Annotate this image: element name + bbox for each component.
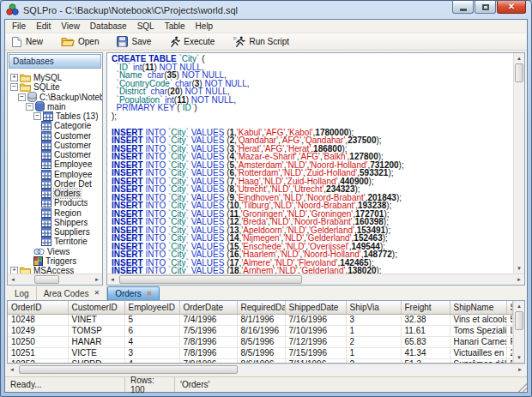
table-cell[interactable]: 8/6/1996 <box>237 358 285 363</box>
resize-grip[interactable] <box>516 377 527 392</box>
column-header-freight[interactable]: Freight <box>401 301 450 314</box>
table-cell[interactable]: B <box>506 358 513 363</box>
table-cell[interactable]: 3 <box>124 347 179 358</box>
collapse-icon[interactable]: − <box>18 93 26 101</box>
scroll-track[interactable] <box>17 364 515 375</box>
tree-item-msaccess[interactable]: +MSAccess <box>8 266 102 274</box>
table-row[interactable]: 10250HANAR47/8/19968/5/19967/12/1996265.… <box>8 336 513 347</box>
table-cell[interactable]: 7/4/1996 <box>179 314 237 325</box>
table-row[interactable]: 10249TOMSP67/5/19968/16/19967/10/1996111… <box>8 325 513 336</box>
scroll-up-icon[interactable]: ▲ <box>514 301 524 311</box>
scroll-left-icon[interactable]: ◄ <box>107 274 118 285</box>
column-header-shipvia[interactable]: ShipVia <box>346 301 401 314</box>
table-cell[interactable]: 10248 <box>8 314 68 325</box>
tree-item-tables-13[interactable]: −Tables (13) <box>8 111 102 121</box>
tab-orders[interactable]: Orders✕ <box>107 286 160 300</box>
table-cell[interactable]: Suprêmes délices <box>450 358 506 363</box>
table-cell[interactable]: 41.34 <box>401 347 450 358</box>
scroll-track[interactable] <box>118 274 514 285</box>
tree-item-sqlite[interactable]: −SQLite <box>8 82 102 92</box>
sql-line[interactable]: ); <box>112 112 513 121</box>
column-header-shippeddate[interactable]: ShippedDate <box>285 301 346 314</box>
grid-vertical-scrollbar[interactable]: ▲ ▼ <box>513 301 524 363</box>
menu-view[interactable]: View <box>56 21 85 32</box>
tree-item-employee[interactable]: Employee <box>8 159 102 169</box>
menu-table[interactable]: Table <box>160 21 190 32</box>
table-cell[interactable]: 8/5/1996 <box>237 347 285 358</box>
scroll-track[interactable] <box>514 311 524 352</box>
menu-file[interactable]: File <box>7 21 31 32</box>
open-button[interactable]: Open <box>59 35 100 48</box>
column-header-s[interactable]: S <box>506 301 513 314</box>
table-cell[interactable]: 10252 <box>8 358 68 363</box>
run-script-button[interactable]: Run Script <box>231 35 291 48</box>
tree-item-customer[interactable]: Customer <box>8 141 102 150</box>
title-bar[interactable]: SQLPro - C:\Backup\Notebook\C\Projects\w… <box>4 1 528 19</box>
tab-log[interactable]: Log <box>8 286 37 300</box>
scroll-down-icon[interactable]: ▼ <box>514 263 524 274</box>
scroll-right-icon[interactable]: ► <box>92 274 102 285</box>
table-cell[interactable]: 7/8/1996 <box>179 336 237 347</box>
scroll-thumb[interactable] <box>515 311 523 330</box>
table-cell[interactable]: 8/5/1996 <box>237 336 285 347</box>
close-button[interactable]: ✕ <box>497 1 526 14</box>
table-cell[interactable]: 65.83 <box>401 336 450 347</box>
tree-item-territorie[interactable]: Territorie <box>8 237 102 246</box>
scroll-left-icon[interactable]: ◄ <box>8 274 18 285</box>
table-cell[interactable]: 7/5/1996 <box>179 325 237 336</box>
tree-item-mysql[interactable]: +MySQL <box>8 73 102 82</box>
table-cell[interactable]: 7/11/1996 <box>285 358 346 363</box>
scroll-thumb[interactable] <box>119 275 302 284</box>
tree-item-shippers[interactable]: Shippers <box>8 218 102 227</box>
expand-icon[interactable]: + <box>10 267 18 274</box>
scroll-thumb[interactable] <box>34 275 59 284</box>
table-cell[interactable]: TOMSP <box>68 325 124 336</box>
column-header-orderdate[interactable]: OrderDate <box>179 301 237 314</box>
column-header-requireddate[interactable]: RequiredDate <box>237 301 285 314</box>
column-header-orderid[interactable]: OrderID <box>8 301 68 314</box>
tree-item-main[interactable]: −main <box>8 102 102 111</box>
table-cell[interactable]: 8/1/1996 <box>237 314 285 325</box>
expand-icon[interactable]: + <box>10 74 18 81</box>
tree-item-categorie[interactable]: Categorie <box>8 121 102 130</box>
table-cell[interactable]: 4 <box>124 358 179 363</box>
collapse-icon[interactable]: − <box>26 103 33 111</box>
column-header-customerid[interactable]: CustomerID <box>68 301 124 314</box>
sql-line[interactable]: INSERT INTO `City` VALUES (18,'Arnhem','… <box>112 267 513 274</box>
table-cell[interactable]: 10249 <box>8 325 68 336</box>
table-cell[interactable]: Toms Spezialitäte <box>450 325 506 336</box>
databases-header[interactable]: Databases <box>9 54 101 69</box>
collapse-icon[interactable]: − <box>10 83 18 91</box>
table-row[interactable]: 10248VINET57/4/19968/1/19967/16/1996332.… <box>8 314 513 325</box>
table-cell[interactable]: 7/8/1996 <box>179 347 237 358</box>
collapse-icon[interactable]: − <box>33 112 41 120</box>
table-cell[interactable]: 10250 <box>8 336 68 347</box>
table-cell[interactable]: 5 <box>506 314 513 325</box>
tree-item-orders[interactable]: Orders <box>8 189 102 198</box>
table-cell[interactable]: 6 <box>124 325 179 336</box>
tree-item-products[interactable]: Products <box>8 198 102 208</box>
table-cell[interactable]: 5 <box>124 314 179 325</box>
table-row[interactable]: 10251VICTE37/8/19968/5/19967/15/1996141.… <box>8 347 513 358</box>
minimize-button[interactable] <box>452 1 474 14</box>
menu-help[interactable]: Help <box>190 21 219 32</box>
tab-area-codes[interactable]: Area Codes✕ <box>37 286 108 300</box>
scroll-thumb[interactable] <box>515 63 523 82</box>
tree-item-order-det[interactable]: Order Det <box>8 179 102 189</box>
menu-database[interactable]: Database <box>85 21 132 32</box>
table-cell[interactable]: L <box>506 325 513 336</box>
sql-editor[interactable]: CREATE TABLE `City` ( `ID` int(11) NOT N… <box>107 53 513 274</box>
scroll-track[interactable] <box>18 274 92 285</box>
column-header-employeeid[interactable]: EmployeeID <box>124 301 179 314</box>
new-button[interactable]: New <box>9 35 45 49</box>
scroll-track[interactable] <box>514 63 524 263</box>
table-cell[interactable]: VICTE <box>68 347 124 358</box>
table-cell[interactable]: 7/16/1996 <box>285 314 346 325</box>
table-cell[interactable]: 2 <box>346 358 401 363</box>
scroll-up-icon[interactable]: ▲ <box>514 53 524 63</box>
sql-line[interactable]: PRIMARY KEY (`ID`) <box>112 104 513 112</box>
table-cell[interactable]: Hanari Carnes <box>450 336 506 347</box>
table-cell[interactable]: 3 <box>346 314 401 325</box>
tree-item-c-backup-noteboo[interactable]: −C:\Backup\Noteboo <box>8 93 102 102</box>
tree-item-suppliers[interactable]: Suppliers <box>8 227 102 237</box>
